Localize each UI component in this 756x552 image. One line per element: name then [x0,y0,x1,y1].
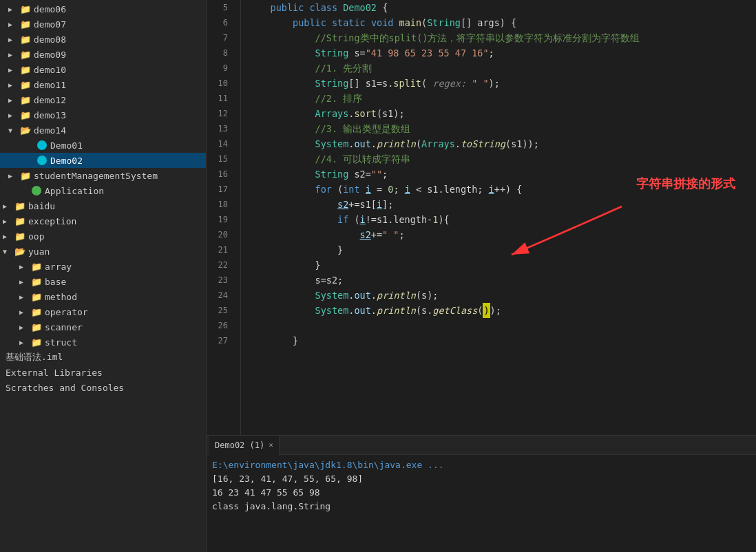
sidebar-item-demo12[interactable]: ▶ 📁 demo12 [0,92,206,107]
collapse-arrow: ▶ [19,293,30,301]
app-file-icon [30,185,43,196]
line-num-5: ▶ 5 [207,0,233,15]
line-num-26: 26 [207,318,233,333]
collapse-arrow: ▶ [19,323,30,331]
sidebar-item-extlibs[interactable]: External Libraries [0,365,206,380]
collapse-arrow: ▶ [8,81,19,89]
sidebar-item-yuan[interactable]: ▼ 📂 yuan [0,244,206,259]
main-area: ▶ 📁 demo06 ▶ 📁 demo07 ▶ 📁 demo08 ▶ 📁 dem… [0,0,756,552]
sidebar-label: operator [45,307,88,317]
sidebar-label: Scratches and Consoles [6,383,124,393]
sidebar-label: External Libraries [6,368,103,378]
sidebar-item-demo09[interactable]: ▶ 📁 demo09 [0,47,206,62]
code-line-26 [248,318,756,333]
line-num-10: 10 [207,76,233,91]
editor-content: 字符串拼接的形式 ▶ 5 ▶ ◆ 6 7 [207,0,756,435]
collapse-arrow: ▶ [8,21,19,28]
collapse-arrow: ▶ [8,51,19,59]
collapse-arrow: ▶ [3,217,14,225]
folder-icon: 📂 [19,125,32,136]
line-num-15: 15 [207,151,233,167]
sidebar-item-demo13[interactable]: ▶ 📁 demo13 [0,107,206,123]
terminal-cmd-line: E:\environment\java\jdk1.8\bin\java.exe … [212,458,750,471]
collapse-arrow: ▶ [8,112,19,119]
code-line-12: Arrays.sort(s1); [248,106,756,121]
folder-icon: 📁 [19,79,32,90]
line-num-22: 🔒 22 [207,257,233,273]
collapse-arrow: ▶ [8,36,19,43]
sidebar-item-exception[interactable]: ▶ 📁 exception [0,213,206,229]
sidebar-item-jichu[interactable]: 基础语法.iml [0,350,206,365]
sidebar-label: demo14 [34,125,66,136]
sidebar-item-array[interactable]: ▶ 📁 array [0,259,206,274]
sidebar-label: demo12 [34,95,66,105]
sidebar-item-demo02[interactable]: Demo02 [0,153,206,168]
line-numbers: ▶ 5 ▶ ◆ 6 7 8 9 10 11 12 13 [207,0,241,435]
sidebar-item-oop[interactable]: ▶ 📁 oop [0,229,206,244]
sidebar-label: oop [28,231,44,242]
line-num-19: ◆ 19 [207,212,233,227]
sidebar-label: demo08 [34,34,66,45]
sidebar-item-application[interactable]: Application [0,183,206,198]
sidebar-label: exception [28,216,76,226]
collapse-arrow: ▶ [8,172,19,180]
sidebar-label: studentManagementSystem [34,171,158,181]
collapse-arrow: ▶ [19,308,30,316]
code-line-25: System.out.println(s.getClass()); [248,303,756,318]
sidebar-item-struct[interactable]: ▶ 📁 struct [0,335,206,350]
line-num-20: 20 [207,227,233,242]
code-line-19: if (i!=s1.length-1){ [248,212,756,227]
sidebar-label: demo09 [34,50,66,60]
sidebar-item-demo07[interactable]: ▶ 📁 demo07 [0,17,206,32]
sidebar-item-demo06[interactable]: ▶ 📁 demo06 [0,1,206,17]
sidebar-label: scanner [45,322,83,332]
line-num-8: 8 [207,45,233,61]
sidebar-label: demo13 [34,110,66,120]
folder-icon: 📁 [19,170,32,181]
code-line-21: } [248,242,756,257]
java-file-icon [36,155,48,166]
code-line-17: for (int i = 0; i < s1.length; i++) { [248,182,756,197]
folder-icon: 📁 [30,321,43,332]
sidebar-item-operator[interactable]: ▶ 📁 operator [0,304,206,319]
line-num-27: 27 [207,333,233,348]
code-line-13: //3. 输出类型是数组 [248,121,756,136]
line-num-25: 25 [207,303,233,318]
folder-icon: 📁 [14,231,26,242]
code-line-15: //4. 可以转成字符串 [248,151,756,167]
code-line-8: String s="41 98 65 23 55 47 16"; [248,45,756,61]
sidebar-item-scratches[interactable]: Scratches and Consoles [0,380,206,395]
collapse-arrow: ▶ [8,96,19,104]
sidebar-item-method[interactable]: ▶ 📁 method [0,289,206,304]
sidebar-item-base[interactable]: ▶ 📁 base [0,274,206,289]
terminal-content: E:\environment\java\jdk1.8\bin\java.exe … [207,455,756,552]
sidebar-item-sms[interactable]: ▶ 📁 studentManagementSystem [0,168,206,183]
sidebar-item-demo11[interactable]: ▶ 📁 demo11 [0,77,206,92]
sidebar-label: struct [45,337,77,348]
terminal-close-button[interactable]: × [269,440,273,449]
sidebar-item-demo14[interactable]: ▼ 📂 demo14 [0,123,206,138]
editor-area: 字符串拼接的形式 ▶ 5 ▶ ◆ 6 7 [207,0,756,552]
code-line-6: public static void main(String[] args) { [248,15,756,30]
sidebar-label: base [45,277,66,287]
folder-icon: 📁 [30,306,43,317]
folder-icon: 📁 [19,3,32,14]
sidebar-item-demo01[interactable]: Demo01 [0,138,206,153]
code-line-5: public class Demo02 { [248,0,756,15]
sidebar-item-demo10[interactable]: ▶ 📁 demo10 [0,62,206,77]
terminal-tabs: Demo02 (1) × [207,436,756,455]
code-line-14: System.out.println(Arrays.toString(s1)); [248,136,756,151]
sidebar-item-baidu[interactable]: ▶ 📁 baidu [0,198,206,213]
sidebar-label: 基础语法.iml [6,351,63,363]
code-lines: public class Demo02 { public static void… [241,0,756,435]
collapse-arrow: ▶ [3,233,14,240]
line-num-7: 7 [207,30,233,45]
line-num-21: 🔒 21 [207,242,233,257]
code-line-9: //1. 先分割 [248,61,756,76]
sidebar-item-scanner[interactable]: ▶ 📁 scanner [0,319,206,335]
line-num-24: 24 [207,288,233,303]
collapse-arrow: ▶ [8,6,19,13]
terminal-tab-demo02[interactable]: Demo02 (1) × [209,436,280,455]
sidebar-label: demo06 [34,4,66,14]
sidebar-item-demo08[interactable]: ▶ 📁 demo08 [0,32,206,47]
